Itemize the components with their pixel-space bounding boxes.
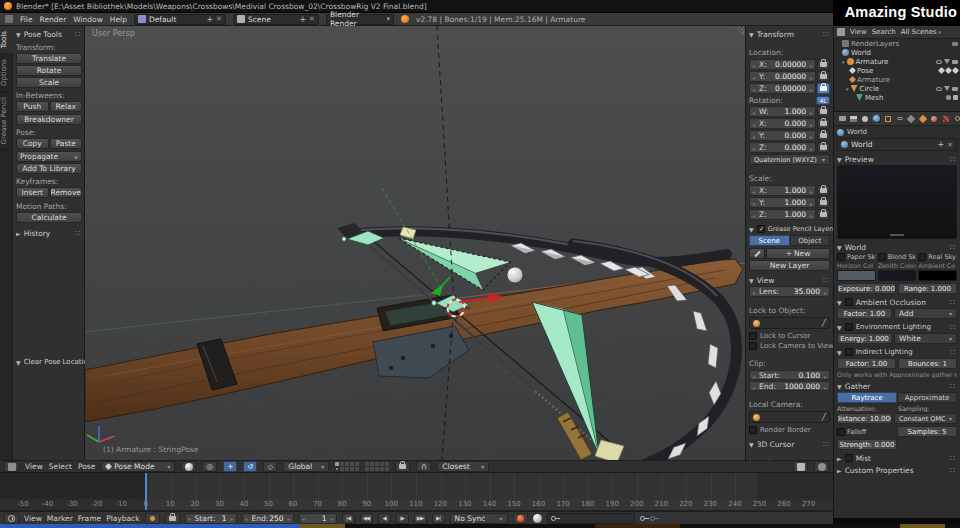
lock-icon[interactable]	[817, 130, 830, 141]
lock-frame-icon[interactable]	[165, 513, 180, 524]
scene-selector[interactable]: Scene + ✕	[233, 14, 319, 25]
gather-distance-field[interactable]: Distance: 10.000	[837, 413, 892, 424]
operator-redo-panel-header[interactable]: ▼ Clear Pose Location ...	[16, 356, 82, 368]
gather-panel-header[interactable]: ▼ Gather	[837, 380, 957, 392]
timeline-menu-frame[interactable]: Frame	[78, 514, 101, 523]
insert-keyframe-button[interactable]: Insert	[16, 187, 49, 198]
panel-drag-dots[interactable]	[949, 467, 957, 473]
editor-type-icon[interactable]	[5, 15, 13, 23]
gp-new-button[interactable]: +New	[766, 248, 830, 259]
menu-view[interactable]: View	[25, 462, 43, 471]
add-world-icon[interactable]: +	[937, 140, 944, 149]
rotate-button[interactable]: Rotate	[16, 65, 82, 76]
outliner-menu-view[interactable]: View	[850, 28, 867, 36]
expand-icon[interactable]: ▾	[842, 59, 845, 65]
render-border-checkbox[interactable]	[749, 426, 757, 434]
tab-world-icon[interactable]	[872, 114, 882, 124]
breakdowner-button[interactable]: Breakdowner	[16, 114, 82, 125]
rotation-lock-badge[interactable]: 4L	[816, 96, 830, 105]
timeline-menu-playback[interactable]: Playback	[106, 514, 139, 523]
ao-checkbox[interactable]	[845, 298, 853, 306]
tab-constraints-icon[interactable]	[895, 114, 905, 124]
outliner-row-circle[interactable]: ▾ Circle	[834, 84, 960, 93]
ao-panel-header[interactable]: ▼ Ambient Occlusion	[837, 296, 957, 308]
push-button[interactable]: Push	[16, 101, 49, 112]
timeline-menu-view[interactable]: View	[24, 514, 42, 523]
tab-grease-pencil[interactable]: Grease Pencil	[0, 92, 13, 150]
view3d-editor-type-icon[interactable]	[4, 461, 19, 472]
outliner-row-mesh[interactable]: Mesh	[834, 93, 960, 102]
scale-x-field[interactable]: X:1.000	[749, 185, 816, 196]
current-frame-field[interactable]: 1	[299, 513, 337, 524]
remove-keyframe-button[interactable]: Remove	[50, 187, 83, 198]
opengl-render-anim-icon[interactable]	[814, 461, 829, 472]
clip-end-field[interactable]: End:1000.000	[749, 381, 830, 391]
env-energy-slider[interactable]: Energy: 1.000	[837, 333, 892, 344]
gather-strength-field[interactable]: Strength: 0.000	[837, 439, 897, 450]
menu-help[interactable]: Help	[110, 15, 127, 24]
location-z-field[interactable]: Z:0.00000	[749, 83, 816, 94]
lock-camera-checkbox[interactable]	[749, 342, 757, 350]
lock-to-object-field[interactable]: ╱	[749, 317, 830, 329]
eyedropper-icon[interactable]: ╱	[822, 413, 826, 421]
gather-samples-field[interactable]: Samples: 5	[897, 426, 957, 437]
history-panel-header[interactable]: ► History	[16, 227, 82, 239]
falloff-toggle[interactable]: Falloff	[837, 426, 895, 437]
outliner-row-armature-data[interactable]: Armature	[834, 75, 960, 84]
gp-tab-object[interactable]: Object	[790, 235, 831, 246]
grease-pencil-checkbox[interactable]	[757, 225, 765, 233]
panel-drag-dots[interactable]	[74, 31, 82, 37]
cursor-panel-header[interactable]: ▼ 3D Cursor	[749, 438, 830, 450]
jump-to-start-button[interactable]: |◀	[342, 513, 355, 524]
tab-render-icon[interactable]	[837, 114, 847, 124]
outliner-row-pose[interactable]: Pose	[834, 66, 960, 75]
insert-key-icon[interactable]	[640, 516, 645, 521]
rotation-y-field[interactable]: Y:0.000	[749, 130, 816, 141]
panel-drag-dots[interactable]	[74, 230, 82, 236]
menu-pose[interactable]: Pose	[78, 462, 95, 471]
visibility-toggle-icon[interactable]	[936, 87, 942, 91]
panel-drag-dots[interactable]	[822, 31, 830, 37]
menu-window[interactable]: Window	[73, 15, 103, 24]
delete-key-icon[interactable]	[650, 516, 655, 521]
timeline-editor-type-icon[interactable]	[4, 513, 19, 524]
real-sky-toggle[interactable]: Real Sky	[918, 253, 957, 261]
current-frame-playhead[interactable]	[145, 473, 147, 511]
tab-options[interactable]: Options	[0, 54, 13, 92]
keying-set-field[interactable]	[547, 513, 635, 524]
orientation-dropdown[interactable]: Global ▾	[283, 461, 329, 472]
copy-pose-button[interactable]: Copy	[16, 138, 49, 149]
menu-file[interactable]: File	[20, 15, 33, 24]
layers-widget-1[interactable]	[335, 462, 359, 471]
lock-to-scene-icon[interactable]	[395, 461, 410, 472]
timeline-menu-marker[interactable]: Marker	[47, 514, 73, 523]
mist-checkbox[interactable]	[845, 454, 853, 462]
calculate-button[interactable]: Calculate	[16, 212, 82, 223]
tab-texture-icon[interactable]	[941, 114, 951, 124]
lock-icon[interactable]	[817, 185, 830, 196]
screen-layout-selector[interactable]: Default + ✕	[134, 14, 226, 25]
frame-end-field[interactable]: End:250	[242, 513, 294, 524]
scale-z-field[interactable]: Z:1.000	[749, 209, 816, 220]
preview-panel-header[interactable]: ▼ Preview	[837, 153, 957, 165]
range-slider[interactable]: Range: 1.000	[898, 283, 957, 294]
next-keyframe-button[interactable]: ▶▶	[414, 513, 427, 524]
close-layout-icon[interactable]: ✕	[216, 15, 222, 23]
add-scene-icon[interactable]: +	[299, 15, 306, 24]
tab-particles-icon[interactable]	[952, 114, 960, 124]
outliner-row-world[interactable]: World	[834, 48, 960, 57]
snap-mode-dropdown[interactable]: Closest ▾	[437, 461, 489, 472]
outliner-editor-type-icon[interactable]	[837, 28, 845, 36]
play-reverse-button[interactable]: ◀	[378, 513, 391, 524]
selectability-toggle-icon[interactable]	[944, 86, 950, 91]
menu-render[interactable]: Render	[40, 15, 67, 24]
lock-to-cursor-checkbox[interactable]	[749, 332, 757, 340]
mode-dropdown[interactable]: Pose Mode ▾	[101, 461, 175, 472]
ao-blend-dropdown[interactable]: Add▾	[894, 308, 957, 319]
indirect-factor-slider[interactable]: Factor: 1.00	[837, 358, 896, 369]
sync-dropdown[interactable]: No Sync ▾	[450, 513, 508, 524]
manipulator-rotate-icon[interactable]: ↺	[243, 461, 257, 472]
render-toggle-icon[interactable]	[952, 42, 958, 46]
outliner-row-renderlayers[interactable]: RenderLayers	[834, 39, 960, 48]
blend-sky-toggle[interactable]: Blend Sky	[878, 253, 917, 261]
